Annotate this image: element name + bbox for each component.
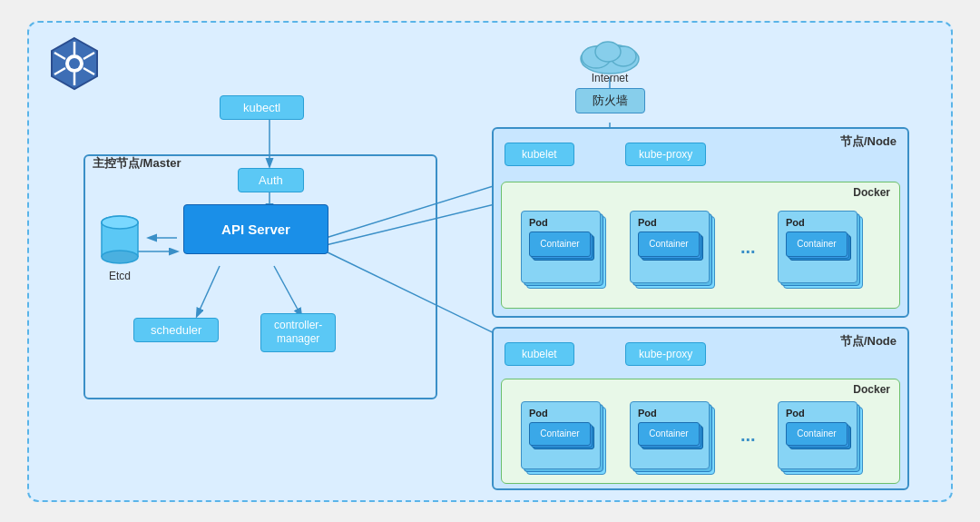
scheduler-label: scheduler (151, 323, 201, 337)
pod-group-2-bottom: Pod Container (624, 396, 715, 475)
pod-label-3-bottom: Pod (786, 408, 849, 419)
kubectl-box: kubectl (220, 95, 304, 120)
firewall-box: 防火墙 (575, 88, 645, 113)
dots-top: ... (740, 237, 756, 258)
pod-label-3-top: Pod (786, 217, 849, 228)
container-label-2-bottom: Container (649, 428, 688, 438)
svg-point-33 (102, 216, 138, 229)
kube-proxy-label-bottom: kube-proxy (639, 348, 692, 360)
kubectl-label: kubectl (243, 101, 280, 114)
kube-proxy-label-top: kube-proxy (639, 148, 692, 161)
container-label-3-bottom: Container (797, 428, 836, 438)
api-server-box: API Server (183, 204, 328, 254)
node-label-top: 节点/Node (840, 133, 897, 150)
firewall-label: 防火墙 (593, 94, 628, 107)
kubelet-label-bottom: kubelet (522, 348, 557, 360)
container-label-1-bottom: Container (540, 428, 579, 438)
svg-point-27 (595, 42, 621, 62)
dots-bottom: ... (740, 425, 756, 446)
scheduler-box: scheduler (133, 318, 219, 342)
kube-proxy-bottom: kube-proxy (625, 342, 706, 366)
kubelet-label-top: kubelet (522, 148, 557, 161)
etcd-icon (97, 213, 142, 268)
node-box-bottom: 节点/Node kubelet kube-proxy Docker Pod (492, 327, 909, 490)
auth-box: Auth (238, 168, 304, 192)
docker-box-top: Docker Pod Container (501, 182, 900, 309)
docker-box-bottom: Docker Pod Container (501, 379, 900, 484)
api-server-label: API Server (221, 222, 290, 237)
pod-label-2-bottom: Pod (638, 408, 701, 419)
main-container: Internet 防火墙 kubectl 主控节点/Master Auth AP… (27, 21, 953, 502)
auth-label: Auth (259, 173, 283, 187)
container-label-2-top: Container (649, 239, 688, 249)
svg-point-32 (102, 251, 138, 263)
controller-manager-box: controller-manager (260, 313, 336, 352)
etcd-label: Etcd (97, 270, 142, 282)
internet-cloud: Internet (573, 32, 646, 84)
container-label-1-top: Container (540, 239, 579, 249)
container-label-3-top: Container (797, 239, 836, 249)
master-label: 主控节点/Master (93, 155, 181, 172)
kubelet-bottom: kubelet (505, 342, 574, 366)
node-box-top: 节点/Node kubelet kube-proxy Docker Pod (492, 127, 909, 318)
pod-group-3-bottom: Pod Container (772, 396, 863, 475)
node-label-bottom: 节点/Node (840, 333, 897, 350)
pod-group-3-top: Pod Container (772, 205, 863, 289)
cloud-icon (573, 32, 646, 75)
pod-group-2-top: Pod Container (624, 205, 715, 289)
docker-label-top: Docker (853, 186, 890, 199)
kubelet-top: kubelet (505, 143, 574, 166)
pod-group-1-bottom: Pod Container (515, 396, 606, 475)
kube-proxy-top: kube-proxy (625, 143, 706, 166)
pod-label-1-bottom: Pod (529, 408, 593, 419)
pod-label-2-top: Pod (638, 217, 701, 228)
k8s-logo (47, 36, 102, 91)
svg-point-17 (69, 58, 80, 69)
pod-label-1-top: Pod (529, 217, 593, 228)
docker-label-bottom: Docker (853, 383, 890, 396)
pod-group-1-top: Pod Container (515, 205, 606, 289)
etcd-box: Etcd (97, 213, 142, 282)
controller-label: controller-manager (274, 319, 322, 346)
